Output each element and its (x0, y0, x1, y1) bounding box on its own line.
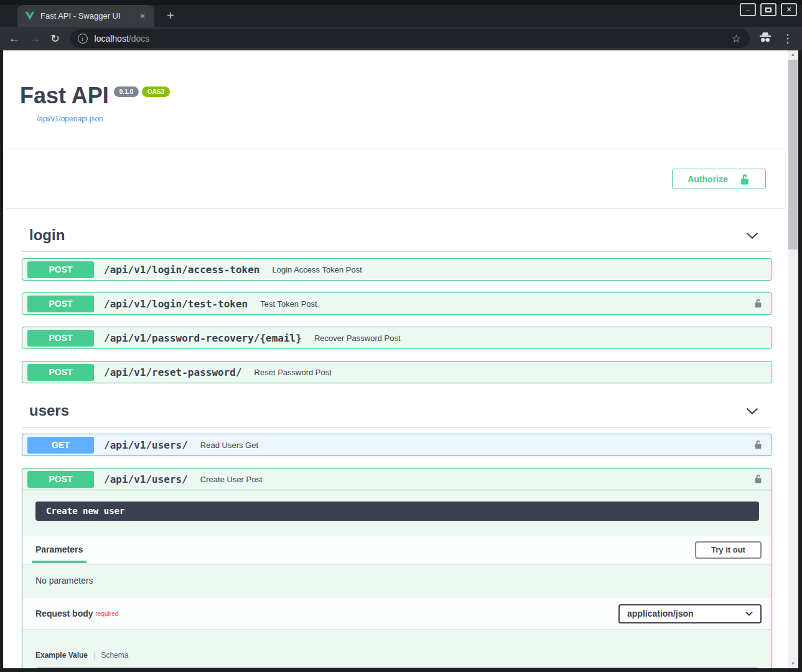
endpoint-login-test-token: POST /api/v1/login/test-token Test Token… (22, 292, 772, 315)
method-badge: POST (27, 296, 94, 312)
oas3-badge: OAS3 (142, 86, 170, 97)
endpoint-summary-row[interactable]: POST /api/v1/password-recovery/{email} R… (22, 327, 772, 348)
swagger-page: Fast API0.1.0OAS3 /api/v1/openapi.json A… (3, 50, 788, 668)
bookmark-star-icon[interactable]: ☆ (732, 32, 741, 45)
method-badge: POST (27, 261, 94, 278)
api-title: Fast API (20, 83, 109, 109)
endpoint-description: Login Access Token Post (272, 265, 763, 274)
forward-button[interactable]: → (26, 32, 44, 45)
reload-button[interactable]: ↻ (46, 32, 65, 45)
parameters-tab[interactable]: Parameters (32, 536, 86, 563)
model-example-area: Example Value | Schema { (22, 629, 772, 668)
browser-titlebar: Fast API - Swagger UI ✕ + – ✕ (0, 0, 802, 27)
site-info-icon[interactable]: i (78, 34, 88, 44)
section-title: login (29, 226, 746, 244)
url-text: localhost/docs (95, 34, 732, 44)
section-users: users GET /api/v1/users/ Read Users Get (22, 402, 772, 668)
endpoint-path: /api/v1/login/test-token (104, 298, 248, 310)
endpoint-description: Recover Password Post (314, 334, 763, 343)
method-badge: POST (27, 330, 94, 347)
no-parameters-text: No parameters (22, 564, 772, 598)
version-badge: 0.1.0 (114, 86, 139, 97)
auth-lock-button[interactable] (753, 297, 763, 310)
scrollbar-thumb[interactable] (788, 60, 798, 250)
endpoint-summary-row[interactable]: POST /api/v1/reset-password/ Reset Passw… (22, 362, 772, 383)
vue-favicon-icon (25, 11, 35, 21)
openapi-spec-link[interactable]: /api/v1/openapi.json (37, 114, 788, 123)
maximize-icon (765, 7, 772, 12)
section-users-header[interactable]: users (22, 402, 772, 427)
request-body-label: Request body (35, 609, 93, 618)
media-type-select[interactable]: application/json (618, 604, 762, 623)
endpoint-path: /api/v1/login/access-token (104, 264, 259, 276)
method-badge: POST (27, 364, 94, 381)
incognito-icon (758, 32, 772, 45)
tab-close-icon[interactable]: ✕ (137, 11, 148, 22)
endpoint-reset-password: POST /api/v1/reset-password/ Reset Passw… (22, 361, 772, 383)
required-label: required (96, 610, 119, 617)
back-button[interactable]: ← (5, 32, 24, 45)
api-info: Fast API0.1.0OAS3 /api/v1/openapi.json (3, 50, 788, 123)
section-title: users (29, 402, 746, 419)
browser-tab[interactable]: Fast API - Swagger UI ✕ (17, 5, 154, 27)
scroll-up-icon[interactable]: ▲ (788, 50, 798, 59)
request-body-header: Request body required application/json (22, 598, 772, 629)
browser-toolbar: ← → ↻ i localhost/docs ☆ ⋮ (0, 27, 802, 50)
chevron-down-icon[interactable] (746, 408, 758, 414)
url-path: /docs (129, 34, 149, 44)
method-badge: GET (27, 437, 94, 454)
endpoint-summary-row[interactable]: POST /api/v1/login/access-token Login Ac… (22, 259, 772, 280)
section-login-header[interactable]: login (22, 226, 772, 252)
endpoint-login-access-token: POST /api/v1/login/access-token Login Ac… (22, 258, 772, 281)
maximize-button[interactable] (760, 3, 776, 16)
endpoint-description-bar: Create new user (35, 502, 759, 521)
endpoint-path: /api/v1/users/ (104, 439, 188, 451)
url-host: localhost (95, 34, 129, 44)
endpoint-create-user: POST /api/v1/users/ Create User Post Cre… (22, 468, 772, 668)
example-code-block: { (35, 668, 758, 668)
media-type-value: application/json (627, 609, 745, 618)
endpoint-path: /api/v1/reset-password/ (104, 366, 242, 378)
address-bar[interactable]: i localhost/docs ☆ (70, 29, 750, 48)
endpoint-description: Read Users Get (200, 441, 747, 450)
endpoint-description: Test Token Post (260, 299, 747, 309)
tab-title: Fast API - Swagger UI (40, 11, 137, 21)
section-login: login POST /api/v1/login/access-token Lo… (22, 226, 772, 383)
endpoint-path: /api/v1/password-recovery/{email} (104, 332, 302, 344)
endpoint-description: Create User Post (200, 475, 747, 484)
endpoint-read-users: GET /api/v1/users/ Read Users Get (22, 434, 772, 456)
chevron-down-icon (745, 611, 753, 616)
endpoint-description: Reset Password Post (254, 368, 763, 377)
scheme-container: Authorize (6, 149, 785, 208)
chevron-down-icon[interactable] (746, 232, 758, 239)
authorize-button[interactable]: Authorize (672, 169, 766, 189)
endpoint-password-recovery: POST /api/v1/password-recovery/{email} R… (22, 327, 772, 349)
parameters-header: Parameters Try it out (22, 536, 772, 564)
endpoint-summary-row[interactable]: GET /api/v1/users/ Read Users Get (22, 434, 772, 455)
endpoint-summary-row[interactable]: POST /api/v1/login/test-token Test Token… (22, 293, 772, 314)
close-window-button[interactable]: ✕ (781, 3, 797, 16)
endpoint-path: /api/v1/users/ (104, 474, 188, 485)
endpoint-summary-row[interactable]: POST /api/v1/users/ Create User Post (22, 469, 772, 490)
unlock-icon (739, 173, 750, 185)
auth-lock-button[interactable] (753, 439, 763, 452)
tab-separator: | (93, 650, 95, 660)
authorize-label: Authorize (688, 174, 728, 184)
browser-menu-icon[interactable]: ⋮ (782, 32, 793, 45)
scroll-down-icon[interactable]: ▼ (788, 660, 798, 668)
auth-lock-button[interactable] (753, 473, 763, 486)
schema-tab[interactable]: Schema (101, 651, 128, 660)
unlock-icon (753, 439, 763, 450)
example-value-tab[interactable]: Example Value (35, 651, 88, 660)
try-it-out-button[interactable]: Try it out (695, 541, 762, 559)
method-badge: POST (27, 471, 94, 488)
unlock-icon (753, 297, 763, 309)
unlock-icon (753, 473, 763, 484)
new-tab-button[interactable]: + (162, 7, 179, 25)
minimize-button[interactable]: – (740, 3, 756, 16)
